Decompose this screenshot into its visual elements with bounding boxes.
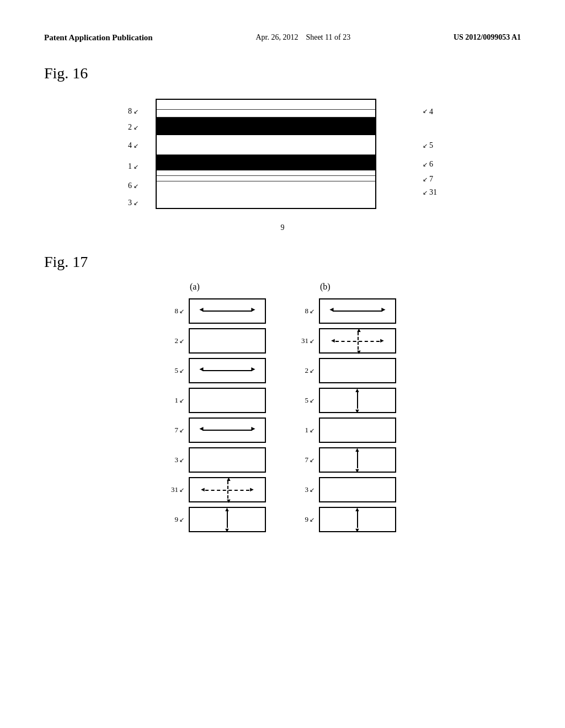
fig16-labels-left: 8↙ 2↙ 4↙ 1↙ 6↙ 3↙ <box>128 103 138 211</box>
fig17-box-a-2 <box>189 328 266 354</box>
fig16-label-31: ↙31 <box>423 186 437 199</box>
fig17-label-a-7: 7 ↙ <box>169 426 184 435</box>
fig17-col-a: (a) 8 ↙ 2 ↙ 5 ↙ <box>169 282 266 532</box>
layer-8 <box>157 100 375 110</box>
fig17-row-b-1: 1 ↙ <box>299 417 396 443</box>
fig17-container: (a) 8 ↙ 2 ↙ 5 ↙ <box>44 282 521 532</box>
fig16-label-9: 9 <box>281 223 285 232</box>
fig17-box-b-9 <box>319 507 396 532</box>
fig16-label-7: ↙7 <box>423 173 437 186</box>
dashed-arrows-b-31: ◄ ► ▲ ▼ <box>335 331 380 351</box>
fig17-box-a-3 <box>189 447 266 473</box>
layer-2 <box>157 110 375 117</box>
arrow-v-b-9 <box>357 511 358 528</box>
arrow-h-a-5 <box>202 370 252 371</box>
fig17-box-b-1 <box>319 417 396 443</box>
fig17-col-b-title: (b) <box>320 282 331 292</box>
arrow-h-b-8 <box>333 311 382 312</box>
header-left: Patent Application Publication <box>44 33 153 42</box>
fig17-row-b-7: 7 ↙ <box>299 447 396 473</box>
fig17-label-b-8: 8 ↙ <box>299 307 315 315</box>
fig17-label-a-5: 5 ↙ <box>169 366 184 375</box>
fig16-label-3: 3↙ <box>128 195 138 211</box>
fig17-label-a-1: 1 ↙ <box>169 396 184 405</box>
fig16-label-4-left: 4↙ <box>128 135 138 156</box>
fig17-box-a-31: ◄ ► ▲ ▼ <box>189 477 266 502</box>
fig17-diagram: (a) 8 ↙ 2 ↙ 5 ↙ <box>169 282 396 532</box>
fig17-row-a-9: 9 ↙ <box>169 507 266 532</box>
fig17-label-b-9: 9 ↙ <box>299 515 315 524</box>
dashed-v: ▲ ▼ <box>227 481 228 499</box>
fig17-row-a-3: 3 ↙ <box>169 447 266 473</box>
arrow-v-b-7 <box>357 452 358 468</box>
fig17-label-b-2: 2 ↙ <box>299 366 315 375</box>
fig16-label-8: 8↙ <box>128 103 138 120</box>
fig17-box-b-5 <box>319 388 396 413</box>
fig16-label-5: ↙5 <box>423 135 437 156</box>
fig17-row-b-9: 9 ↙ <box>299 507 396 532</box>
fig16-label-6-left: 6↙ <box>128 177 138 195</box>
header-right: US 2012/0099053 A1 <box>454 33 521 42</box>
fig17-label-b-31: 31 ↙ <box>299 336 315 345</box>
header-center: Apr. 26, 2012 Sheet 11 of 23 <box>255 33 350 42</box>
fig16-labels-right: ↙4 ↙5 ↙6 ↙7 ↙31 <box>423 103 437 199</box>
fig17-row-b-5: 5 ↙ <box>299 388 396 413</box>
fig16-diagram: 8↙ 2↙ 4↙ 1↙ 6↙ 3↙ <box>128 93 437 220</box>
fig17-label-a-3: 3 ↙ <box>169 456 184 464</box>
fig17-row-b-2: 2 ↙ <box>299 358 396 383</box>
fig17-label-b-7: 7 ↙ <box>299 456 315 464</box>
fig16-title: Fig. 16 <box>44 65 521 82</box>
fig17-box-a-5 <box>189 358 266 383</box>
arrow-h-a-7 <box>202 430 252 431</box>
fig17-box-a-1 <box>189 388 266 413</box>
fig17-label-a-2: 2 ↙ <box>169 336 184 345</box>
fig16-label-2: 2↙ <box>128 120 138 135</box>
fig17-box-a-9 <box>189 507 266 532</box>
fig17-label-b-5: 5 ↙ <box>299 396 315 405</box>
layer-1 <box>157 135 375 155</box>
layer-3b <box>157 176 375 181</box>
fig17-label-a-31: 31 ↙ <box>169 485 184 494</box>
fig17-row-a-1: 1 ↙ <box>169 388 266 413</box>
fig17-box-b-31: ◄ ► ▲ ▼ <box>319 328 396 354</box>
fig17-box-b-3 <box>319 477 396 502</box>
fig17-col-a-title: (a) <box>190 282 200 292</box>
fig17-row-a-8: 8 ↙ <box>169 298 266 324</box>
fig17-box-b-8 <box>319 298 396 324</box>
layer-3a <box>157 170 375 176</box>
fig16-label-4-right: ↙4 <box>423 103 437 135</box>
layer-4-black <box>157 117 375 135</box>
fig17-row-a-5: 5 ↙ <box>169 358 266 383</box>
fig16-label-6-right: ↙6 <box>423 156 437 173</box>
fig17-box-b-7 <box>319 447 396 473</box>
fig17-label-a-9: 9 ↙ <box>169 515 184 524</box>
fig16-container: 8↙ 2↙ 4↙ 1↙ 6↙ 3↙ <box>44 93 521 220</box>
fig17-box-a-8 <box>189 298 266 324</box>
page: Patent Application Publication Apr. 26, … <box>0 0 565 728</box>
fig17-row-b-8: 8 ↙ <box>299 298 396 324</box>
arrow-v-b-5 <box>357 392 358 409</box>
fig17-title: Fig. 17 <box>44 253 521 271</box>
dashed-v-b: ▲ ▼ <box>358 332 359 350</box>
arrow-h-a-8 <box>202 311 252 312</box>
fig17-row-a-7: 7 ↙ <box>169 417 266 443</box>
layer-6-black <box>157 155 375 170</box>
fig17-box-a-7 <box>189 417 266 443</box>
fig16-layers <box>156 99 376 209</box>
arrow-v-a-9 <box>227 511 228 528</box>
fig17-row-a-2: 2 ↙ <box>169 328 266 354</box>
fig17-label-a-8: 8 ↙ <box>169 307 184 315</box>
dashed-arrows-a-31: ◄ ► ▲ ▼ <box>205 480 249 500</box>
fig17-label-b-1: 1 ↙ <box>299 426 315 435</box>
fig17-label-b-3: 3 ↙ <box>299 485 315 494</box>
header: Patent Application Publication Apr. 26, … <box>44 33 521 42</box>
fig17-row-b-3: 3 ↙ <box>299 477 396 502</box>
fig16-label-1: 1↙ <box>128 156 138 177</box>
fig17-row-b-31: 31 ↙ ◄ ► ▲ ▼ <box>299 328 396 354</box>
fig17-box-b-2 <box>319 358 396 383</box>
fig17-row-a-31: 31 ↙ ◄ ► ▲ ▼ <box>169 477 266 502</box>
fig17-col-b: (b) 8 ↙ 31 ↙ ◄ ► <box>299 282 396 532</box>
